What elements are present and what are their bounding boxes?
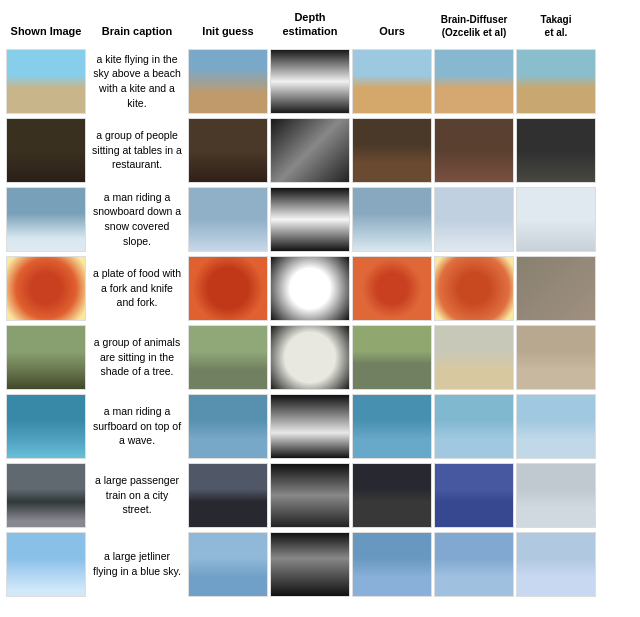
row4-depth-estimation-image <box>270 256 350 321</box>
row8-caption: a large jetliner flying in a blue sky. <box>87 547 187 580</box>
row3-brain-diffuser-image <box>434 187 514 252</box>
data-row-6: a man riding a surfboard on top of a wav… <box>5 394 635 459</box>
row1-brain-diffuser-image <box>434 49 514 114</box>
row4-init-guess-image <box>188 256 268 321</box>
row5-ours-image <box>352 325 432 390</box>
row3-ours-cell <box>351 187 433 252</box>
row6-depth-estimation-image <box>270 394 350 459</box>
row4-shown-image <box>6 256 86 321</box>
row5-ours-cell <box>351 325 433 390</box>
row2-depth-estimation-image <box>270 118 350 183</box>
row4-takagi-cell <box>515 256 597 321</box>
header-brain-caption: Brain caption <box>87 24 187 38</box>
row3-caption: a man riding a snowboard down a snow cov… <box>87 188 187 251</box>
row1-shown-image <box>6 49 86 114</box>
data-row-4: a plate of food with a fork and knife an… <box>5 256 635 321</box>
row6-takagi-cell <box>515 394 597 459</box>
row2-ours-cell <box>351 118 433 183</box>
row3-shown-image <box>6 187 86 252</box>
row6-brain-diffuser-image <box>434 394 514 459</box>
row8-init-guess-image <box>188 532 268 597</box>
row2-init-guess-image <box>188 118 268 183</box>
row7-depth-estimation-image <box>270 463 350 528</box>
row4-depth-estimation-cell <box>269 256 351 321</box>
row4-ours-image <box>352 256 432 321</box>
row6-brain-diffuser-cell <box>433 394 515 459</box>
header-row: Shown Image Brain caption Init guess Dep… <box>5 10 635 43</box>
row6-depth-estimation-cell <box>269 394 351 459</box>
data-row-2: a group of people sitting at tables in a… <box>5 118 635 183</box>
row1-depth-estimation-cell <box>269 49 351 114</box>
row8-init-guess-cell <box>187 532 269 597</box>
row3-brain-diffuser-cell <box>433 187 515 252</box>
row7-ours-image <box>352 463 432 528</box>
row3-depth-estimation-image <box>270 187 350 252</box>
row4-brain-diffuser-cell <box>433 256 515 321</box>
row1-init-guess-image <box>188 49 268 114</box>
row1-ours-image <box>352 49 432 114</box>
header-brain-diffuser: Brain-Diffuser(Ozcelik et al) <box>433 13 515 39</box>
row1-shown-image-cell <box>5 49 87 114</box>
row7-brain-diffuser-cell <box>433 463 515 528</box>
row7-init-guess-cell <box>187 463 269 528</box>
row7-brain-diffuser-image <box>434 463 514 528</box>
row2-init-guess-cell <box>187 118 269 183</box>
row5-shown-image-cell <box>5 325 87 390</box>
row3-init-guess-image <box>188 187 268 252</box>
row6-takagi-image <box>516 394 596 459</box>
header-takagi: Takagiet al. <box>515 13 597 39</box>
row5-brain-diffuser-image <box>434 325 514 390</box>
row4-init-guess-cell <box>187 256 269 321</box>
header-ours: Ours <box>351 24 433 38</box>
row6-init-guess-cell <box>187 394 269 459</box>
row7-takagi-cell <box>515 463 597 528</box>
row1-caption: a kite flying in the sky above a beach w… <box>87 50 187 113</box>
row7-shown-image-cell <box>5 463 87 528</box>
row5-depth-estimation-image <box>270 325 350 390</box>
row4-takagi-image <box>516 256 596 321</box>
row8-brain-diffuser-cell <box>433 532 515 597</box>
row3-takagi-image <box>516 187 596 252</box>
row8-takagi-image <box>516 532 596 597</box>
row1-depth-estimation-image <box>270 49 350 114</box>
row1-takagi-cell <box>515 49 597 114</box>
row1-brain-diffuser-cell <box>433 49 515 114</box>
row6-ours-cell <box>351 394 433 459</box>
rows-container: a kite flying in the sky above a beach w… <box>5 49 635 597</box>
row7-ours-cell <box>351 463 433 528</box>
header-shown-image: Shown Image <box>5 24 87 38</box>
row2-takagi-cell <box>515 118 597 183</box>
row5-takagi-image <box>516 325 596 390</box>
data-row-5: a group of animals are sitting in the sh… <box>5 325 635 390</box>
row2-brain-diffuser-cell <box>433 118 515 183</box>
row5-depth-estimation-cell <box>269 325 351 390</box>
row2-takagi-image <box>516 118 596 183</box>
row2-shown-image-cell <box>5 118 87 183</box>
data-row-1: a kite flying in the sky above a beach w… <box>5 49 635 114</box>
row3-shown-image-cell <box>5 187 87 252</box>
row2-shown-image <box>6 118 86 183</box>
row7-caption: a large passenger train on a city street… <box>87 471 187 519</box>
row6-caption: a man riding a surfboard on top of a wav… <box>87 402 187 450</box>
header-init-guess: Init guess <box>187 24 269 38</box>
row1-init-guess-cell <box>187 49 269 114</box>
row8-brain-diffuser-image <box>434 532 514 597</box>
row5-init-guess-cell <box>187 325 269 390</box>
row6-init-guess-image <box>188 394 268 459</box>
row2-brain-diffuser-image <box>434 118 514 183</box>
row5-brain-diffuser-cell <box>433 325 515 390</box>
row3-ours-image <box>352 187 432 252</box>
row7-shown-image <box>6 463 86 528</box>
row1-ours-cell <box>351 49 433 114</box>
row3-depth-estimation-cell <box>269 187 351 252</box>
header-depth-estimation: Depth estimation <box>269 10 351 39</box>
row2-caption: a group of people sitting at tables in a… <box>87 126 187 174</box>
row5-takagi-cell <box>515 325 597 390</box>
row2-depth-estimation-cell <box>269 118 351 183</box>
row6-shown-image <box>6 394 86 459</box>
row8-takagi-cell <box>515 532 597 597</box>
row5-shown-image <box>6 325 86 390</box>
row8-shown-image-cell <box>5 532 87 597</box>
row8-shown-image <box>6 532 86 597</box>
data-row-3: a man riding a snowboard down a snow cov… <box>5 187 635 252</box>
